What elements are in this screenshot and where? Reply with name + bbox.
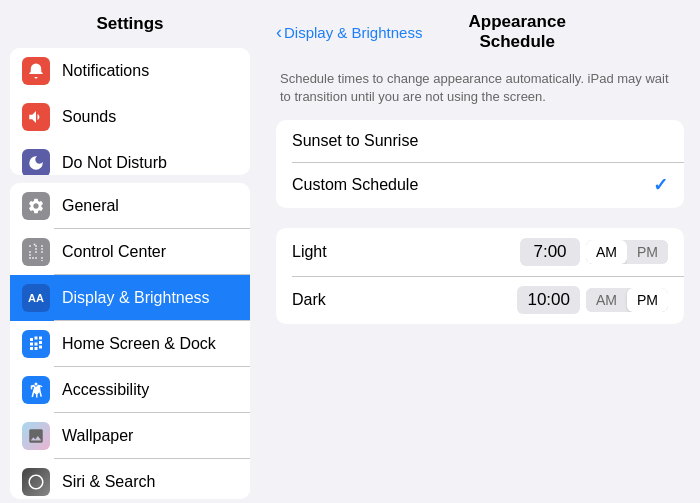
dark-time-row: Dark 10:00 AM PM xyxy=(276,276,684,324)
siri-label: Siri & Search xyxy=(62,473,155,491)
option-custom[interactable]: Custom Schedule ✓ xyxy=(276,162,684,208)
general-icon xyxy=(22,192,50,220)
schedule-options-section: Sunset to Sunrise Custom Schedule ✓ xyxy=(276,120,684,208)
sidebar-item-wallpaper[interactable]: Wallpaper xyxy=(10,413,250,459)
light-ampm-group: AM PM xyxy=(586,240,668,264)
main-content: ‹ Display & Brightness Appearance Schedu… xyxy=(260,0,700,503)
wallpaper-label: Wallpaper xyxy=(62,427,133,445)
dark-pm-button[interactable]: PM xyxy=(627,288,668,312)
notifications-label: Notifications xyxy=(62,62,149,80)
checkmark-icon: ✓ xyxy=(653,174,668,196)
sidebar-item-accessibility[interactable]: Accessibility xyxy=(10,367,250,413)
homescreen-icon xyxy=(22,330,50,358)
nav-bar: ‹ Display & Brightness Appearance Schedu… xyxy=(260,0,700,60)
sounds-label: Sounds xyxy=(62,108,116,126)
accessibility-label: Accessibility xyxy=(62,381,149,399)
display-icon: AA xyxy=(22,284,50,312)
sidebar-item-homescreen[interactable]: Home Screen & Dock xyxy=(10,321,250,367)
sidebar-item-sounds[interactable]: Sounds xyxy=(10,94,250,140)
description-text: Schedule times to change appearance auto… xyxy=(276,60,684,120)
dark-ampm-group: AM PM xyxy=(586,288,668,312)
sidebar-item-siri[interactable]: Siri & Search xyxy=(10,459,250,499)
sunset-label: Sunset to Sunrise xyxy=(292,132,668,150)
display-label: Display & Brightness xyxy=(62,289,210,307)
sidebar-section-1: Notifications Sounds Do Not Disturb Scre… xyxy=(10,48,250,175)
sounds-icon xyxy=(22,103,50,131)
svg-point-0 xyxy=(35,382,38,385)
dark-am-button[interactable]: AM xyxy=(586,288,627,312)
light-pm-button[interactable]: PM xyxy=(627,240,668,264)
homescreen-label: Home Screen & Dock xyxy=(62,335,216,353)
controlcenter-icon xyxy=(22,238,50,266)
app-container: Settings Notifications Sounds Do Not Dis… xyxy=(0,0,700,503)
light-label: Light xyxy=(292,243,520,261)
dark-time-value[interactable]: 10:00 xyxy=(517,286,580,314)
dark-time-display: 10:00 AM PM xyxy=(517,286,668,314)
back-chevron-icon: ‹ xyxy=(276,22,282,43)
notifications-icon xyxy=(22,57,50,85)
siri-icon xyxy=(22,468,50,496)
option-sunset[interactable]: Sunset to Sunrise xyxy=(276,120,684,162)
light-time-display: 7:00 AM PM xyxy=(520,238,668,266)
accessibility-icon xyxy=(22,376,50,404)
sidebar-item-donotdisturb[interactable]: Do Not Disturb xyxy=(10,140,250,175)
dark-label: Dark xyxy=(292,291,517,309)
back-label: Display & Brightness xyxy=(284,24,422,41)
general-label: General xyxy=(62,197,119,215)
donotdisturb-icon xyxy=(22,149,50,175)
sidebar: Settings Notifications Sounds Do Not Dis… xyxy=(0,0,260,503)
sidebar-title: Settings xyxy=(0,0,260,44)
content-area: Schedule times to change appearance auto… xyxy=(260,60,700,503)
sidebar-item-controlcenter[interactable]: Control Center xyxy=(10,229,250,275)
sidebar-section-2: General Control Center AA Display & Brig… xyxy=(10,183,250,499)
light-am-button[interactable]: AM xyxy=(586,240,627,264)
light-time-row: Light 7:00 AM PM xyxy=(276,228,684,276)
sidebar-item-display[interactable]: AA Display & Brightness xyxy=(10,275,250,321)
sidebar-item-general[interactable]: General xyxy=(10,183,250,229)
donotdisturb-label: Do Not Disturb xyxy=(62,154,167,172)
time-section: Light 7:00 AM PM Dark 10:00 AM xyxy=(276,228,684,324)
light-time-value[interactable]: 7:00 xyxy=(520,238,580,266)
custom-label: Custom Schedule xyxy=(292,176,653,194)
wallpaper-icon xyxy=(22,422,50,450)
controlcenter-label: Control Center xyxy=(62,243,166,261)
sidebar-item-notifications[interactable]: Notifications xyxy=(10,48,250,94)
back-button[interactable]: ‹ Display & Brightness xyxy=(276,22,422,43)
page-title: Appearance Schedule xyxy=(430,12,604,52)
